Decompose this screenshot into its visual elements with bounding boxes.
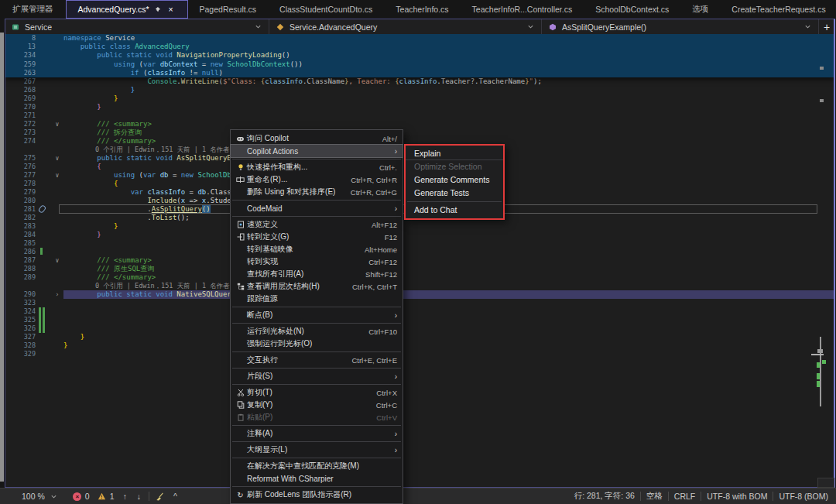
add-button[interactable]: + <box>819 19 834 34</box>
chevron-down-icon[interactable] <box>50 492 59 501</box>
code-line[interactable]: 324 <box>5 307 834 316</box>
gutter-margin[interactable] <box>37 324 51 333</box>
document-tab[interactable]: 选项 <box>680 0 720 19</box>
menu-item[interactable]: Copilot Actions› <box>231 145 403 157</box>
menu-item[interactable]: 跟踪值源 <box>231 293 403 305</box>
gutter-margin[interactable] <box>37 163 51 171</box>
menu-item[interactable]: 大纲显示(L)› <box>231 444 403 456</box>
chevron-down-icon[interactable] <box>803 22 812 32</box>
gutter-margin[interactable] <box>37 256 51 265</box>
menu-item[interactable]: 询问 CopilotAlt+/ <box>231 132 403 145</box>
error-icon[interactable]: × <box>73 492 82 501</box>
menu-item[interactable]: 查看调用层次结构(H)Ctrl+K, Ctrl+T <box>231 280 403 293</box>
code-line[interactable]: 284 } <box>5 231 834 239</box>
menu-item[interactable]: 转到基础映像Alt+Home <box>231 243 403 255</box>
submenu-item[interactable]: Explain <box>406 147 503 160</box>
gutter-margin[interactable] <box>37 111 51 120</box>
zoom-level[interactable]: 100 % <box>22 492 45 501</box>
submenu-item[interactable]: Generate Tests <box>406 187 503 200</box>
fold-down-icon[interactable]: ∨ <box>51 154 63 163</box>
gutter-margin[interactable] <box>37 350 51 358</box>
arrow-up-icon[interactable]: ↑ <box>120 492 129 501</box>
gutter-margin[interactable] <box>37 77 51 86</box>
status-segment[interactable]: UTF-8 (BOM) <box>779 492 828 501</box>
breadcrumb-dropdown[interactable]: Service <box>5 19 269 34</box>
gutter-margin[interactable] <box>37 222 51 231</box>
document-tab[interactable]: PagedResult.cs <box>188 0 269 19</box>
code-line[interactable]: 263 if (classInfo != null) <box>5 69 834 77</box>
menu-item[interactable]: 查找所有引用(A)Shift+F12 <box>231 268 403 280</box>
pin-icon[interactable] <box>153 5 163 14</box>
sticky-scroll-header[interactable]: 8namespace Service13 public class Advanc… <box>5 34 834 77</box>
scrollbar-mark[interactable] <box>817 349 823 353</box>
menu-item[interactable]: Reformat With CSharpier <box>231 472 403 485</box>
document-tab[interactable]: TeacherInfoR...Controller.cs <box>461 0 584 19</box>
fold-right-icon[interactable]: › <box>51 290 63 299</box>
code-line[interactable]: 326 <box>5 324 834 333</box>
menu-item[interactable]: 复制(Y)Ctrl+C <box>231 399 403 411</box>
status-segment[interactable]: 行: 281, 字符: 36 <box>574 491 635 502</box>
submenu-item[interactable]: Generate Comments <box>406 173 503 187</box>
gutter-margin[interactable] <box>37 265 51 273</box>
code-line[interactable]: 283 } <box>5 222 834 231</box>
document-tab[interactable]: AdvancedQuery.cs*× <box>66 0 188 19</box>
menu-item[interactable]: 运行到光标处(N)Ctrl+F10 <box>231 325 403 338</box>
gutter-margin[interactable] <box>37 239 51 248</box>
menu-item[interactable]: 剪切(T)Ctrl+X <box>231 386 403 399</box>
gutter-margin[interactable] <box>37 341 51 350</box>
gutter-margin[interactable] <box>37 146 51 154</box>
tool-window-splitter[interactable] <box>0 33 4 482</box>
gutter-margin[interactable] <box>37 120 51 129</box>
code-line[interactable]: 328} <box>5 341 834 350</box>
code-line[interactable]: 286 <box>5 248 834 256</box>
menu-item[interactable]: 速览定义Alt+F12 <box>231 218 403 231</box>
code-line[interactable]: 270 } <box>5 103 834 111</box>
scrollbar-track[interactable] <box>820 337 821 406</box>
code-line[interactable]: 288 /// 原生SQL查询 <box>5 265 834 273</box>
status-segment[interactable]: CRLF <box>674 492 695 501</box>
code-line[interactable]: 289 /// </summary> <box>5 273 834 282</box>
gutter-margin[interactable] <box>37 137 51 146</box>
submenu-item[interactable]: Add to Chat <box>406 204 503 217</box>
gutter-margin[interactable] <box>37 129 51 137</box>
code-line[interactable]: 13 public class AdvancedQuery <box>5 43 834 51</box>
breadcrumb-dropdown[interactable]: AsSplitQueryExample() <box>542 19 819 34</box>
gutter-margin[interactable] <box>37 171 51 180</box>
tool-window-tab-extension-manager[interactable]: 扩展管理器 <box>0 0 66 19</box>
gutter-margin[interactable] <box>37 248 51 256</box>
gutter-margin[interactable] <box>37 86 51 94</box>
close-icon[interactable]: × <box>166 5 176 14</box>
gutter-margin[interactable] <box>37 94 51 103</box>
menu-item[interactable]: CodeMaid› <box>231 202 403 214</box>
gutter-margin[interactable] <box>37 290 51 299</box>
menu-item[interactable]: 重命名(R)...Ctrl+R, Ctrl+R <box>231 173 403 186</box>
gutter-margin[interactable] <box>37 34 51 43</box>
gutter-margin[interactable] <box>37 197 51 205</box>
menu-item[interactable]: 交互执行Ctrl+E, Ctrl+E <box>231 354 403 366</box>
menu-item[interactable]: 快速操作和重构...Ctrl+. <box>231 161 403 173</box>
code-line[interactable]: 287∨ /// <summary> <box>5 256 834 265</box>
code-line[interactable]: 269 } <box>5 94 834 103</box>
code-line[interactable]: 325 <box>5 316 834 324</box>
menu-item[interactable]: 断点(B)› <box>231 309 403 321</box>
gutter-margin[interactable] <box>37 231 51 239</box>
gutter-margin[interactable] <box>37 60 51 69</box>
code-line[interactable]: 285 <box>5 239 834 248</box>
code-line[interactable]: 0 个引用 | Edwin，151 天前 | 1 名作者， <box>5 282 834 290</box>
document-tab[interactable]: CreateTeacherRequest.cs <box>720 0 836 19</box>
broom-icon[interactable] <box>155 492 164 501</box>
menu-item[interactable]: 转到定义(G)F12 <box>231 231 403 243</box>
menu-item[interactable]: ↻刷新 CodeLens 团队指示器(R) <box>231 489 403 501</box>
arrow-down-icon[interactable]: ↓ <box>134 492 143 501</box>
breadcrumb-dropdown[interactable]: Service.AdvancedQuery <box>269 19 542 34</box>
menu-item[interactable]: 转到实现Ctrl+F12 <box>231 255 403 268</box>
gutter-margin[interactable] <box>37 43 51 51</box>
document-tab[interactable]: ClassStudentCountDto.cs <box>268 0 384 19</box>
code-editor[interactable]: 8namespace Service13 public class Advanc… <box>5 34 834 488</box>
menu-item[interactable]: 删除 Using 和对其排序(E)Ctrl+R, Ctrl+G <box>231 186 403 198</box>
gutter-margin[interactable] <box>37 282 51 290</box>
code-line[interactable]: 272∨ /// <summary> <box>5 120 834 129</box>
chevron-down-icon[interactable] <box>526 22 535 32</box>
gutter-margin[interactable] <box>37 316 51 324</box>
gutter-margin[interactable] <box>37 214 51 222</box>
